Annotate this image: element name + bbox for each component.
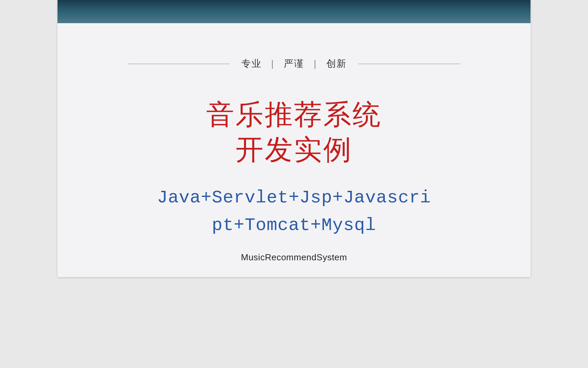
tech-stack: Java+Servlet+Jsp+Javascri pt+Tomcat+Mysq… (58, 184, 530, 239)
vertical-divider: | (314, 58, 317, 69)
tagline-item: 专业 (241, 57, 262, 70)
tagline-group: 专业 | 严谨 | 创新 (241, 57, 347, 70)
main-title-line1: 音乐推荐系统 (58, 97, 530, 133)
tech-stack-line2: pt+Tomcat+Mysql (58, 212, 530, 240)
vertical-divider: | (271, 58, 274, 69)
rule-right (358, 64, 460, 64)
main-title: 音乐推荐系统 开发实例 (58, 97, 530, 167)
slide: 专业 | 严谨 | 创新 音乐推荐系统 开发实例 Java+Servlet+Js… (58, 0, 530, 277)
tagline-item: 创新 (326, 57, 347, 70)
tagline-row: 专业 | 严谨 | 创新 (58, 57, 530, 70)
tagline-item: 严谨 (284, 57, 304, 70)
main-title-line2: 开发实例 (58, 133, 530, 168)
rule-left (128, 64, 230, 64)
tech-stack-line1: Java+Servlet+Jsp+Javascri (58, 184, 530, 212)
project-name: MusicRecommendSystem (58, 252, 530, 263)
header-decorative-band (58, 0, 530, 23)
slide-content: 专业 | 严谨 | 创新 音乐推荐系统 开发实例 Java+Servlet+Js… (58, 23, 530, 263)
